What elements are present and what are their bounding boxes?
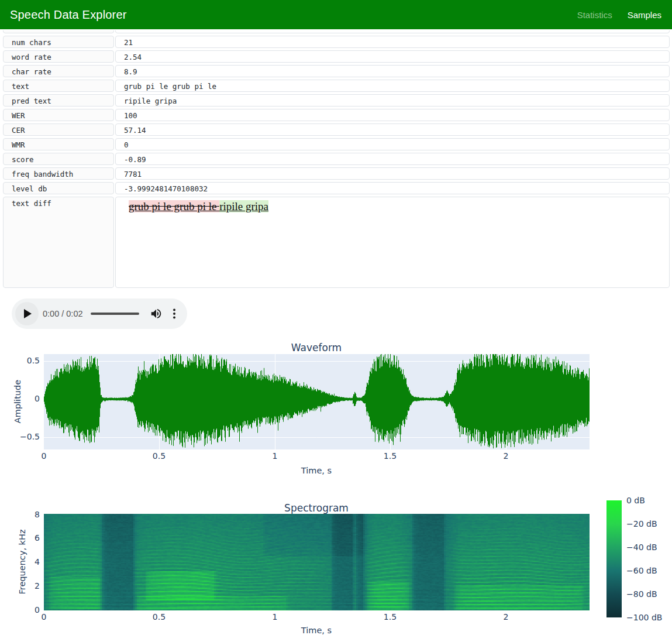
table-row: score -0.89 <box>3 153 670 165</box>
waveform-xtick: 1 <box>273 451 278 461</box>
spectrogram-xtick: 1 <box>273 612 278 622</box>
row-value: grub pi le grub pi le <box>115 80 670 92</box>
sample-metrics-table: num chars 21 word rate 2.54 char rate 8.… <box>3 30 670 288</box>
table-row: level db -3.9992481470108032 <box>3 182 670 194</box>
colorbar-tick: 0 dB <box>626 496 645 505</box>
colorbar-tick: −40 dB <box>626 543 657 552</box>
waveform-xtick: 0.5 <box>153 451 166 461</box>
colorbar-tick: −60 dB <box>626 566 657 575</box>
play-button[interactable] <box>15 302 39 325</box>
table-row: pred text ripile gripa <box>3 94 670 107</box>
nav-links: Statistics Samples <box>577 10 661 20</box>
spectrogram-xtick: 0 <box>42 612 47 622</box>
colorbar-tick: −100 dB <box>626 613 662 622</box>
table-row-text-diff: text diff grub pi le grub pi le ripile g… <box>3 197 670 288</box>
colorbar-tick: −20 dB <box>626 519 657 528</box>
volume-icon <box>150 307 163 320</box>
row-value: 100 <box>115 109 670 121</box>
spectrogram-xtick: 2 <box>504 612 509 622</box>
row-label: text <box>3 80 114 92</box>
waveform-ytick: 0.5 <box>9 356 40 365</box>
row-label: num chars <box>3 36 114 48</box>
table-row: WMR 0 <box>3 138 670 150</box>
colorbar <box>606 500 622 617</box>
table-row: CER 57.14 <box>3 123 670 136</box>
row-label <box>3 30 114 33</box>
spectrogram-xtick: 1.5 <box>384 612 397 622</box>
diff-inserted-text: ripile gripa <box>219 200 268 212</box>
spectrogram-title: Spectrogram <box>284 502 349 514</box>
table-row: char rate 8.9 <box>3 65 670 77</box>
row-label: WMR <box>3 138 114 150</box>
row-label: level db <box>3 182 114 194</box>
nav-link-samples[interactable]: Samples <box>628 10 661 20</box>
table-row: freq bandwidth 7781 <box>3 167 670 180</box>
spectrogram-ytick: 0 <box>9 605 40 615</box>
row-value: -3.9992481470108032 <box>115 182 670 194</box>
row-label: CER <box>3 123 114 136</box>
row-value: 2.54 <box>115 50 670 63</box>
row-label: freq bandwidth <box>3 167 114 180</box>
spectrogram-yaxis-label: Frequency, kHz <box>18 529 27 594</box>
row-label: text diff <box>3 197 114 288</box>
spectrogram-xaxis-label: Time, s <box>301 626 332 635</box>
text-diff: grub pi le grub pi le ripile gripa <box>129 200 268 212</box>
spectrogram-xtick: 0.5 <box>153 612 166 622</box>
speech-data-explorer-app: Speech Data Explorer Statistics Samples … <box>0 0 672 635</box>
waveform-yaxis-label: Amplitude <box>13 380 22 423</box>
table-row-partial <box>3 30 670 33</box>
table-row: WER 100 <box>3 109 670 121</box>
row-value: 21 <box>115 36 670 48</box>
table-row: num chars 21 <box>3 36 670 48</box>
waveform-xaxis-label: Time, s <box>301 466 332 475</box>
nav-link-statistics[interactable]: Statistics <box>577 10 612 20</box>
waveform-xtick: 1.5 <box>384 451 397 461</box>
waveform-ytick: −0.5 <box>9 432 40 441</box>
row-value: -0.89 <box>115 153 670 165</box>
kebab-menu-button[interactable] <box>168 306 181 321</box>
audio-time-display: 0:00 / 0:02 <box>43 309 83 318</box>
row-label: char rate <box>3 65 114 77</box>
volume-button[interactable] <box>149 306 164 321</box>
row-value: 7781 <box>115 167 670 180</box>
table-row: text grub pi le grub pi le <box>3 80 670 92</box>
app-title: Speech Data Explorer <box>10 8 127 22</box>
row-label: pred text <box>3 94 114 107</box>
diff-deleted-text: grub pi le grub pi le <box>129 200 219 212</box>
row-value: ripile gripa <box>115 94 670 107</box>
play-icon <box>24 309 32 318</box>
table-row: word rate 2.54 <box>3 50 670 63</box>
row-value <box>115 30 670 33</box>
row-value: 8.9 <box>115 65 670 77</box>
waveform-plot[interactable] <box>44 354 590 449</box>
row-label: word rate <box>3 50 114 63</box>
colorbar-tick: −80 dB <box>626 589 657 599</box>
row-value: grub pi le grub pi le ripile gripa <box>115 197 670 288</box>
spectrogram-ytick: 8 <box>9 510 40 519</box>
seek-bar[interactable] <box>91 313 139 315</box>
waveform-xtick: 2 <box>504 451 509 461</box>
row-label: WER <box>3 109 114 121</box>
waveform-xtick: 0 <box>42 451 47 461</box>
spectrogram-plot[interactable] <box>44 514 590 610</box>
audio-player[interactable]: 0:00 / 0:02 <box>12 298 187 329</box>
navbar: Speech Data Explorer Statistics Samples <box>0 0 672 29</box>
row-value: 0 <box>115 138 670 150</box>
row-label: score <box>3 153 114 165</box>
waveform-title: Waveform <box>291 342 342 353</box>
kebab-menu-icon <box>169 308 180 320</box>
row-value: 57.14 <box>115 123 670 136</box>
